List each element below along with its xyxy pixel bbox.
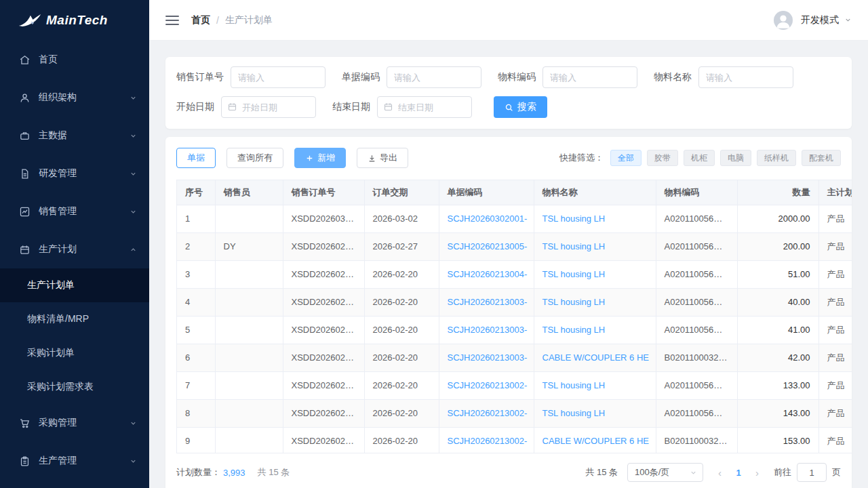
sidebar-item-sales-management[interactable]: 销售管理 (0, 192, 149, 230)
current-page[interactable]: 1 (730, 468, 747, 478)
table-row: 4XSDD202602…2026-02-20SCJH20260213003-TS… (177, 288, 852, 316)
cell-doc-code[interactable]: SCJH20260213003- (439, 288, 534, 316)
cell-due-date: 2026-02-20 (364, 371, 439, 399)
submenu-item-label: 采购计划需求表 (27, 381, 94, 393)
sidebar-item-production-management[interactable]: 生产管理 (0, 442, 149, 480)
cell-material-name[interactable]: CABLE W/COUPLER 6 HE (534, 427, 656, 453)
sidebar-collapse-icon[interactable] (165, 16, 179, 25)
sidebar-menu: 首页 组织架构 主数据 研发管理 销售管理 (0, 41, 149, 488)
cell-plan-type: 产品 (818, 427, 852, 453)
breadcrumb-separator: / (216, 15, 219, 26)
export-button[interactable]: 导出 (357, 148, 408, 168)
start-date-input[interactable] (221, 96, 316, 118)
cell-material-code: A020110056… (656, 316, 737, 344)
cell-material-name[interactable]: CABLE W/COUPLER 6 HE (534, 344, 656, 371)
export-button-label: 导出 (380, 152, 397, 164)
prev-page-button[interactable]: ‹ (713, 467, 727, 479)
goto-page: 前往 页 (774, 463, 841, 482)
page-size-select[interactable]: 100条/页 (627, 463, 703, 482)
breadcrumb: 首页 / 生产计划单 (191, 14, 273, 26)
quick-filter-tape[interactable]: 胶带 (647, 150, 678, 166)
breadcrumb-home[interactable]: 首页 (191, 14, 210, 26)
table-panel: 单据 查询所有 新增 导出 快捷筛选： 全部 (165, 137, 852, 488)
cell-material-name[interactable]: TSL housing LH (534, 205, 656, 232)
chevron-down-icon (130, 94, 137, 102)
filter-material-code: 物料编码 (498, 66, 637, 88)
cell-salesperson (215, 316, 283, 344)
cell-seq: 2 (177, 232, 215, 260)
cell-doc-code[interactable]: SCJH20260302001- (439, 205, 534, 232)
search-button[interactable]: 搜索 (494, 96, 547, 118)
goto-page-input[interactable] (797, 463, 827, 482)
avatar[interactable] (774, 11, 793, 30)
cell-seq: 6 (177, 344, 215, 371)
sidebar-item-master-data[interactable]: 主数据 (0, 117, 149, 155)
clipboard-icon (19, 455, 31, 467)
cart-icon (19, 418, 31, 429)
quick-filter-all[interactable]: 全部 (610, 150, 642, 166)
quick-filter-computer[interactable]: 电脑 (720, 150, 751, 166)
sidebar-item-home[interactable]: 首页 (0, 41, 149, 79)
cell-material-name[interactable]: TSL housing LH (534, 316, 656, 344)
submenu-item-label: 采购计划单 (27, 347, 75, 359)
material-name-input[interactable] (698, 66, 793, 88)
chart-icon (19, 206, 31, 218)
cell-doc-code[interactable]: SCJH20260213004- (439, 260, 534, 288)
sidebar-item-production-planning[interactable]: 生产计划 (0, 230, 149, 268)
material-code-input[interactable] (542, 66, 637, 88)
col-due-date: 订单交期 (364, 180, 439, 205)
sidebar-subitem-purchase-plan-orders[interactable]: 采购计划单 (0, 336, 149, 370)
cell-material-code: A020110056… (656, 371, 737, 399)
sales-order-input[interactable] (231, 66, 326, 88)
quick-filter-paper-machine[interactable]: 纸样机 (757, 150, 796, 166)
quick-filter-cabinet[interactable]: 机柜 (684, 150, 715, 166)
sidebar-item-rd-management[interactable]: 研发管理 (0, 155, 149, 192)
cell-due-date: 2026-03-02 (364, 205, 439, 232)
chevron-down-icon (130, 420, 137, 427)
col-plan-type: 主计划 (818, 180, 852, 205)
top-bar: 首页 / 生产计划单 开发模式 (149, 0, 868, 41)
quick-filter-accessory[interactable]: 配套机 (802, 150, 841, 166)
person-icon (774, 11, 793, 30)
doc-code-input[interactable] (387, 66, 481, 88)
chevron-down-icon (130, 208, 137, 216)
sidebar-item-organization[interactable]: 组织架构 (0, 79, 149, 117)
cell-sales-order: XSDD202602… (283, 371, 364, 399)
document-button[interactable]: 单据 (176, 148, 216, 168)
cell-seq: 9 (177, 427, 215, 453)
cell-material-name[interactable]: TSL housing LH (534, 232, 656, 260)
sidebar-item-label: 研发管理 (39, 167, 121, 180)
filter-row-1: 销售订单号 单据编码 物料编码 物料名称 (176, 66, 841, 88)
cell-material-name[interactable]: TSL housing LH (534, 260, 656, 288)
cell-doc-code[interactable]: SCJH20260213002- (439, 427, 534, 453)
next-page-button[interactable]: › (750, 467, 764, 479)
cell-material-name[interactable]: TSL housing LH (534, 371, 656, 399)
query-all-button[interactable]: 查询所有 (226, 148, 283, 168)
cell-sales-order: XSDD202602… (283, 288, 364, 316)
cell-material-name[interactable]: TSL housing LH (534, 288, 656, 316)
table-scroll[interactable]: 序号 销售员 销售订单号 订单交期 单据编码 物料名称 物料编码 数量 主计划 (176, 180, 852, 453)
user-mode-dropdown[interactable]: 开发模式 (801, 14, 852, 26)
cell-doc-code[interactable]: SCJH20260213005- (439, 232, 534, 260)
cell-doc-code[interactable]: SCJH20260213003- (439, 344, 534, 371)
download-icon (368, 154, 376, 163)
cell-doc-code[interactable]: SCJH20260213002- (439, 399, 534, 427)
cell-salesperson: DY (215, 232, 283, 260)
cell-salesperson (215, 427, 283, 453)
sidebar-item-purchase-management[interactable]: 采购管理 (0, 404, 149, 442)
cell-material-name[interactable]: TSL housing LH (534, 399, 656, 427)
plan-qty-label: 计划数量： (176, 466, 220, 479)
cell-doc-code[interactable]: SCJH20260213002- (439, 371, 534, 399)
cell-salesperson (215, 399, 283, 427)
cell-doc-code[interactable]: SCJH20260213003- (439, 316, 534, 344)
end-date-input[interactable] (377, 96, 472, 118)
sidebar: MainTech 首页 组织架构 主数据 研发管理 (0, 0, 149, 488)
sidebar-subitem-purchase-plan-requirements[interactable]: 采购计划需求表 (0, 370, 149, 404)
cell-plan-type: 产品 (818, 344, 852, 371)
cell-material-code: A020110056… (656, 399, 737, 427)
cell-qty: 40.00 (737, 288, 818, 316)
sidebar-item-label: 生产管理 (39, 455, 121, 467)
add-button[interactable]: 新增 (294, 148, 346, 168)
sidebar-subitem-production-plan-orders[interactable]: 生产计划单 (0, 268, 149, 302)
sidebar-subitem-bom-mrp[interactable]: 物料清单/MRP (0, 302, 149, 336)
